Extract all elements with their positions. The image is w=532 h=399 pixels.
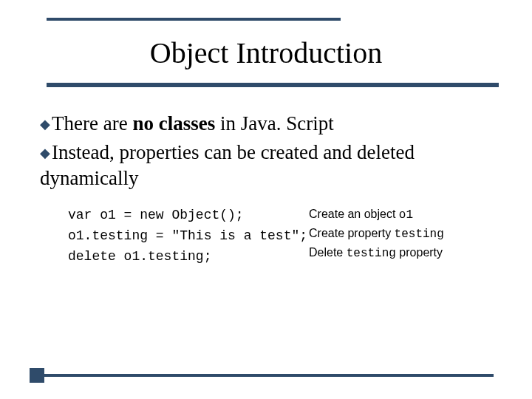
- annotation-line: Create an object o1: [309, 205, 444, 225]
- code-block: var o1 = new Object(); o1.testing = "Thi…: [68, 205, 307, 267]
- bottom-divider: [41, 374, 494, 377]
- slide: Object Introduction ◆There are no classe…: [0, 0, 532, 399]
- annotation-line: Delete testing property: [309, 244, 444, 263]
- annotations: Create an object o1 Create property test…: [309, 205, 444, 262]
- annot-text: Create an object: [309, 208, 399, 220]
- annot-text: Delete: [309, 246, 347, 259]
- diamond-bullet-icon: ◆: [40, 117, 50, 132]
- title-underline: [47, 83, 499, 87]
- page-title: Object Introduction: [0, 35, 532, 70]
- code-line: delete o1.testing;: [68, 249, 211, 264]
- bullet-text-pre: Instead, properties can be created and d…: [40, 141, 415, 189]
- annotation-line: Create property testing: [309, 225, 444, 244]
- code-line: o1.testing = "This is a test";: [68, 228, 307, 243]
- annot-code: testing: [347, 247, 396, 260]
- annot-text: property: [396, 246, 443, 259]
- bullet-text-bold: no classes: [132, 112, 215, 134]
- bullet-text-pre: There are: [52, 112, 132, 134]
- top-divider: [47, 18, 341, 21]
- bullet-item: ◆There are no classes in Java. Script: [40, 111, 498, 137]
- annot-code: o1: [399, 208, 413, 222]
- diamond-bullet-icon: ◆: [40, 146, 50, 160]
- code-line: var o1 = new Object();: [68, 208, 244, 222]
- bullet-list: ◆There are no classes in Java. Script ◆I…: [40, 111, 498, 194]
- bullet-item: ◆Instead, properties can be created and …: [40, 140, 498, 191]
- annot-code: testing: [395, 228, 444, 241]
- bullet-text-post: in Java. Script: [215, 112, 333, 134]
- annot-text: Create property: [309, 227, 395, 239]
